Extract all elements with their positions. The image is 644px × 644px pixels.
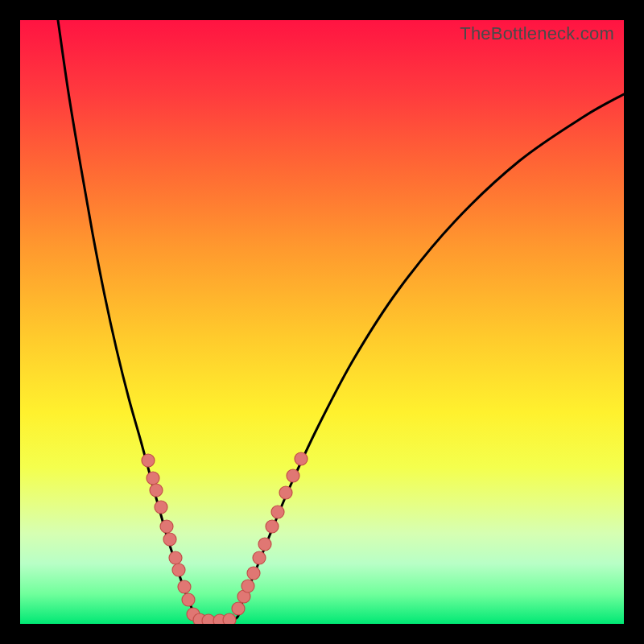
data-dot: [150, 484, 163, 497]
data-dot: [253, 551, 266, 564]
data-dot: [223, 613, 236, 624]
data-dot: [163, 533, 176, 546]
data-dot: [172, 564, 185, 576]
data-dot: [182, 593, 195, 606]
data-dot: [160, 520, 173, 533]
data-dot: [242, 580, 254, 592]
sample-dots: [142, 452, 308, 624]
watermark-text: TheBottleneck.com: [460, 23, 614, 44]
data-dot: [258, 538, 271, 551]
data-dot: [247, 567, 260, 580]
data-dot: [147, 472, 159, 485]
data-dot: [142, 454, 155, 467]
data-dot: [178, 580, 191, 593]
data-dot: [287, 469, 299, 482]
curve-svg: [20, 20, 624, 624]
data-dot: [202, 614, 215, 624]
data-dot: [266, 520, 279, 533]
data-dot: [271, 506, 284, 518]
bottleneck-curve: [58, 20, 624, 621]
data-dot: [169, 551, 182, 564]
chart-frame: TheBottleneck.com: [0, 0, 644, 644]
data-dot: [232, 602, 245, 615]
data-dot: [295, 452, 308, 465]
v-curve-path: [58, 20, 624, 621]
data-dot: [155, 501, 167, 514]
plot-area: TheBottleneck.com: [20, 20, 624, 624]
data-dot: [279, 486, 292, 499]
